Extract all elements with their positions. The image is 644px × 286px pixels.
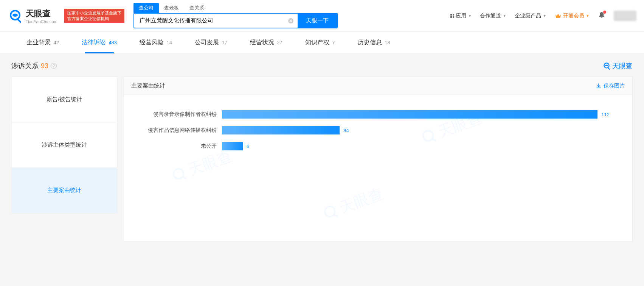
bar-row: 侵害作品信息网络传播权纠纷34 — [139, 126, 610, 134]
tab-history[interactable]: 历史信息 18 — [346, 32, 402, 53]
search-box: 天眼一下 — [133, 13, 338, 28]
cooperation-link[interactable]: 合作通道 ▼ — [480, 13, 506, 19]
tab-business-risk[interactable]: 经营风险 14 — [128, 32, 183, 53]
chart-panel: 主要案由统计 保存图片 侵害录音录像制作者权纠纷112侵害作品信息网络传播权纠纷… — [123, 77, 633, 242]
section-header: 涉诉关系 93 ? 天眼查 — [11, 61, 633, 70]
vip-label: 开通会员 — [563, 13, 584, 19]
crown-icon — [555, 13, 562, 19]
bar-value: 34 — [343, 128, 349, 133]
bar-row: 未公开6 — [139, 142, 610, 150]
tab-ip[interactable]: 知识产权 7 — [294, 32, 346, 53]
apps-link[interactable]: 应用 ▼ — [450, 13, 472, 19]
svg-point-4 — [605, 65, 608, 66]
vip-link[interactable]: 开通会员 ▼ — [555, 13, 590, 19]
search-button[interactable]: 天眼一下 — [298, 14, 337, 28]
chevron-down-icon: ▼ — [468, 14, 472, 18]
svg-point-5 — [172, 167, 185, 180]
header: 天眼查 TianYanCha.com 国家中小企业发展子基金旗下 官方备案企业征… — [0, 0, 644, 32]
watermark-text: 天眼查 — [612, 61, 633, 70]
chevron-down-icon: ▼ — [586, 14, 590, 18]
notification-dot — [603, 11, 606, 14]
tab-legal-proceedings[interactable]: 法律诉讼 483 — [70, 32, 128, 53]
svg-point-1 — [12, 14, 18, 17]
logo-cn: 天眼查 — [26, 8, 57, 19]
search-type-tabs: 查公司 查老板 查关系 — [133, 3, 338, 13]
logo-en: TianYanCha.com — [26, 19, 57, 24]
search-tab-company[interactable]: 查公司 — [133, 3, 159, 13]
notifications-button[interactable] — [598, 11, 605, 20]
search-tab-relation[interactable]: 查关系 — [184, 3, 209, 13]
help-icon[interactable]: ? — [51, 63, 57, 69]
search-clear-button[interactable] — [284, 14, 298, 28]
badge-line1: 国家中小企业发展子基金旗下 — [67, 10, 121, 16]
bar-label: 侵害作品信息网络传播权纠纷 — [139, 127, 222, 134]
search-input[interactable] — [134, 14, 284, 28]
download-icon — [596, 83, 602, 89]
bar-label: 未公开 — [139, 143, 222, 150]
apps-icon — [450, 14, 454, 18]
tab-operations[interactable]: 经营状况 27 — [239, 32, 294, 53]
brand-watermark: 天眼查 — [602, 61, 633, 70]
bar-fill — [222, 126, 340, 134]
section-title-text: 涉诉关系 — [11, 61, 39, 70]
enterprise-link[interactable]: 企业级产品 ▼ — [515, 13, 546, 19]
section-count: 93 — [41, 62, 48, 70]
chart-header: 主要案由统计 保存图片 — [124, 77, 632, 95]
clear-icon — [288, 18, 294, 24]
bar-fill — [222, 142, 243, 150]
enterprise-label: 企业级产品 — [515, 13, 541, 19]
save-image-label: 保存图片 — [604, 83, 625, 89]
panel-row: 原告/被告统计 涉诉主体类型统计 主要案由统计 主要案由统计 保存图片 侵害录音… — [11, 77, 633, 242]
apps-label: 应用 — [456, 13, 466, 19]
chart-body: 侵害录音录像制作者权纠纷112侵害作品信息网络传播权纠纷34未公开6天眼查天眼查… — [124, 95, 632, 241]
bar-label: 侵害录音录像制作者权纠纷 — [139, 111, 222, 118]
tab-company-background[interactable]: 企业背景 42 — [15, 32, 70, 53]
user-avatar[interactable] — [614, 11, 636, 21]
bar-row: 侵害录音录像制作者权纠纷112 — [139, 110, 610, 119]
bar-fill — [222, 110, 597, 119]
logo-text: 天眼查 TianYanCha.com — [26, 8, 57, 24]
side-tab-case-reason[interactable]: 主要案由统计 — [11, 167, 117, 213]
coop-label: 合作通道 — [480, 13, 501, 19]
chevron-down-icon: ▼ — [503, 14, 506, 18]
bar-track: 34 — [222, 126, 610, 134]
bar-value: 6 — [247, 144, 249, 149]
search-tab-boss[interactable]: 查老板 — [159, 3, 184, 13]
logo-icon — [8, 8, 23, 23]
certification-badge: 国家中小企业发展子基金旗下 官方备案企业征信机构 — [64, 9, 124, 23]
side-tab-subject-type[interactable]: 涉诉主体类型统计 — [11, 122, 117, 168]
bar-track: 6 — [222, 142, 610, 150]
bar-value: 112 — [601, 112, 610, 117]
badge-line2: 官方备案企业征信机构 — [67, 16, 121, 21]
content: 涉诉关系 93 ? 天眼查 原告/被告统计 涉诉主体类型统计 主要案由统计 主要… — [0, 54, 644, 249]
section-title: 涉诉关系 93 ? — [11, 61, 57, 70]
search-area: 查公司 查老板 查关系 天眼一下 — [133, 3, 338, 28]
header-right: 应用 ▼ 合作通道 ▼ 企业级产品 ▼ 开通会员 ▼ — [450, 11, 636, 21]
tab-company-growth[interactable]: 公司发展 17 — [183, 32, 239, 53]
chart-title: 主要案由统计 — [131, 82, 165, 89]
logo[interactable]: 天眼查 TianYanCha.com 国家中小企业发展子基金旗下 官方备案企业征… — [8, 8, 124, 24]
bar-track: 112 — [222, 110, 610, 119]
chevron-down-icon: ▼ — [543, 14, 546, 18]
save-image-button[interactable]: 保存图片 — [596, 83, 625, 89]
side-tabs: 原告/被告统计 涉诉主体类型统计 主要案由统计 — [11, 77, 117, 242]
side-tab-plaintiff-defendant[interactable]: 原告/被告统计 — [11, 77, 117, 122]
main-tabs: 企业背景 42 法律诉讼 483 经营风险 14 公司发展 17 经营状况 27… — [0, 32, 644, 54]
svg-point-6 — [323, 205, 336, 218]
